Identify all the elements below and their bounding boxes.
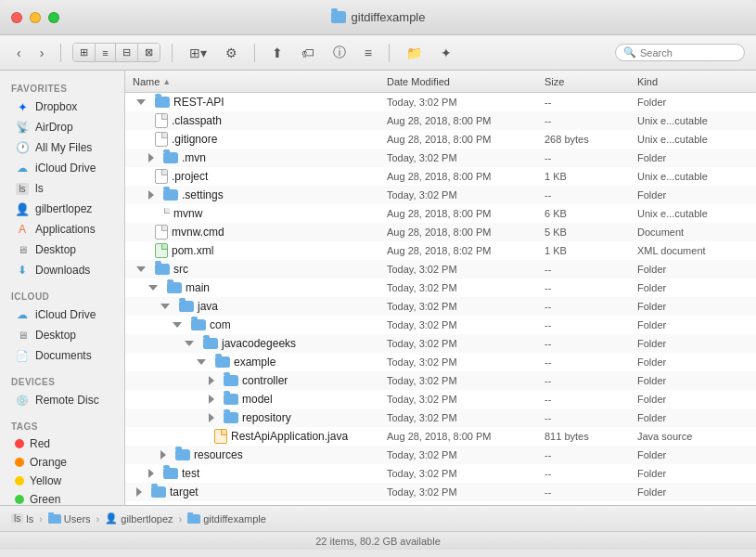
cover-flow-button[interactable]: ⊠: [138, 44, 160, 61]
back-button[interactable]: ‹: [11, 43, 27, 63]
favorites-label: Favorites: [0, 78, 124, 97]
breadcrumb-item-users[interactable]: Users: [48, 513, 91, 525]
disclosure-triangle[interactable]: [136, 266, 146, 272]
close-button[interactable]: [11, 12, 22, 23]
kind-column-header[interactable]: Kind: [637, 76, 749, 87]
table-row[interactable]: .settings Today, 3:02 PM -- Folder: [125, 186, 756, 204]
breadcrumb-item-ls[interactable]: ls ls: [11, 513, 33, 525]
new-folder-button[interactable]: 📁: [401, 43, 428, 63]
disclosure-triangle[interactable]: [136, 99, 146, 105]
sidebar-item-desktop2[interactable]: 🖥 Desktop: [4, 325, 121, 345]
sidebar-item-tag-orange[interactable]: Orange: [4, 453, 121, 472]
kind-cell: Unix e...cutable: [637, 134, 749, 145]
breadcrumb-item-gilbertlopez[interactable]: 👤 gilbertlopez: [105, 512, 173, 525]
list-view-button[interactable]: ≡: [96, 44, 115, 61]
sidebar-item-tag-yellow[interactable]: Yellow: [4, 472, 121, 490]
sidebar-item-downloads[interactable]: ⬇ Downloads: [4, 260, 121, 280]
sidebar-item-airdrop[interactable]: 📡 AirDrop: [4, 117, 121, 137]
icon-view-button[interactable]: ⊞: [73, 44, 96, 61]
table-row[interactable]: .classpath Aug 28, 2018, 8:00 PM -- Unix…: [125, 111, 756, 130]
sidebar-item-label: Applications: [35, 223, 96, 236]
file-name: REST-API: [173, 96, 224, 109]
table-row[interactable]: javacodegeeks Today, 3:02 PM -- Folder: [125, 334, 756, 353]
table-row[interactable]: RestApiApplication.java Aug 28, 2018, 8:…: [125, 427, 756, 446]
table-row[interactable]: controller Today, 3:02 PM -- Folder: [125, 371, 756, 390]
disclosure-triangle[interactable]: [160, 450, 166, 460]
search-input[interactable]: [640, 47, 737, 58]
table-row[interactable]: .gitignore Aug 28, 2018, 8:00 PM 268 byt…: [125, 130, 756, 149]
sidebar-item-desktop[interactable]: 🖥 Desktop: [4, 240, 121, 260]
table-row[interactable]: mvnw.cmd Aug 28, 2018, 8:00 PM 5 KB Docu…: [125, 223, 756, 241]
kind-cell: XML document: [637, 245, 749, 256]
sidebar-item-tag-green[interactable]: Green: [4, 490, 121, 505]
disclosure-triangle[interactable]: [209, 413, 214, 422]
info-button[interactable]: ⓘ: [327, 42, 352, 64]
file-name: java: [198, 300, 218, 313]
size-cell: --: [545, 338, 637, 349]
sidebar-item-gilbertlopez[interactable]: 👤 gilbertlopez: [4, 199, 121, 219]
sidebar-item-dropbox[interactable]: ✦ Dropbox: [4, 97, 121, 117]
table-row[interactable]: com Today, 3:02 PM -- Folder: [125, 316, 756, 334]
table-row[interactable]: resources Today, 3:02 PM -- Folder: [125, 446, 756, 464]
icloud-icon-2: ☁: [15, 307, 30, 322]
table-row[interactable]: test Today, 3:02 PM -- Folder: [125, 464, 756, 483]
disclosure-triangle[interactable]: [160, 304, 170, 309]
users-bc-icon: [48, 514, 61, 524]
table-row[interactable]: REST-API Today, 3:02 PM -- Folder: [125, 93, 756, 111]
sidebar-item-remote-disc[interactable]: 💿 Remote Disc: [4, 390, 121, 410]
disclosure-triangle[interactable]: [148, 285, 158, 291]
tag-button[interactable]: 🏷: [296, 43, 320, 63]
column-view-button[interactable]: ⊟: [116, 44, 138, 61]
date-cell: Aug 28, 2018, 8:00 PM: [387, 134, 545, 145]
path-button[interactable]: ≡: [359, 43, 378, 63]
search-icon: 🔍: [623, 46, 636, 58]
disclosure-triangle[interactable]: [185, 341, 194, 346]
sidebar-item-tag-red[interactable]: Red: [4, 434, 121, 453]
table-row[interactable]: src Today, 3:02 PM -- Folder: [125, 260, 756, 278]
sidebar-item-all-files[interactable]: 🕐 All My Files: [4, 137, 121, 158]
file-icon: [155, 243, 168, 258]
dropbox-toolbar-button[interactable]: ✦: [435, 43, 457, 63]
disclosure-triangle[interactable]: [209, 376, 214, 385]
disclosure-triangle[interactable]: [148, 153, 154, 162]
maximize-button[interactable]: [48, 12, 59, 23]
logo-area: JCG Java Code Geeks JAVA DEVELOPERS RESO…: [125, 501, 756, 505]
arrange-button[interactable]: ⊞▾: [184, 43, 212, 63]
disclosure-triangle[interactable]: [197, 359, 206, 365]
toolbar-separator-1: [60, 44, 61, 62]
folder-icon: [163, 468, 178, 479]
table-row[interactable]: .mvn Today, 3:02 PM -- Folder: [125, 149, 756, 167]
table-row[interactable]: .project Aug 28, 2018, 8:00 PM 1 KB Unix…: [125, 167, 756, 186]
sidebar-item-applications[interactable]: A Applications: [4, 219, 121, 240]
name-column-header[interactable]: Name ▲: [133, 76, 387, 87]
table-row[interactable]: example Today, 3:02 PM -- Folder: [125, 353, 756, 371]
sidebar-item-label: Yellow: [30, 474, 61, 487]
date-column-header[interactable]: Date Modified: [387, 76, 545, 87]
table-row[interactable]: java Today, 3:02 PM -- Folder: [125, 297, 756, 316]
table-row[interactable]: model Today, 3:02 PM -- Folder: [125, 390, 756, 408]
table-row[interactable]: mvnw Aug 28, 2018, 8:00 PM 6 KB Unix e..…: [125, 204, 756, 223]
sidebar-item-ls[interactable]: ls ls: [4, 178, 121, 199]
size-cell: 1 KB: [545, 245, 637, 256]
action-button[interactable]: ⚙: [220, 43, 243, 63]
disclosure-triangle[interactable]: [209, 395, 214, 404]
table-row[interactable]: pom.xml Aug 28, 2018, 8:02 PM 1 KB XML d…: [125, 241, 756, 260]
sidebar-item-icloud2[interactable]: ☁ iCloud Drive: [4, 304, 121, 325]
minimize-button[interactable]: [30, 12, 41, 23]
icloud-label: iCloud: [0, 286, 124, 304]
disclosure-triangle[interactable]: [148, 190, 154, 200]
status-bar: 22 items, 80.2 GB available: [0, 531, 756, 550]
table-row[interactable]: target Today, 3:02 PM -- Folder: [125, 483, 756, 501]
size-column-header[interactable]: Size: [545, 76, 637, 87]
table-row[interactable]: repository Today, 3:02 PM -- Folder: [125, 408, 756, 427]
disclosure-triangle[interactable]: [173, 322, 182, 328]
table-row[interactable]: main Today, 3:02 PM -- Folder: [125, 278, 756, 297]
breadcrumb-separator: ›: [179, 513, 183, 525]
sidebar-item-documents[interactable]: 📄 Documents: [4, 345, 121, 366]
breadcrumb-item-gitdiffexample[interactable]: gitdiffexample: [187, 513, 266, 525]
sidebar-item-icloud[interactable]: ☁ iCloud Drive: [4, 158, 121, 178]
disclosure-triangle[interactable]: [136, 487, 142, 497]
forward-button[interactable]: ›: [34, 43, 50, 63]
share-button[interactable]: ⬆: [266, 43, 288, 63]
disclosure-triangle[interactable]: [148, 469, 154, 478]
